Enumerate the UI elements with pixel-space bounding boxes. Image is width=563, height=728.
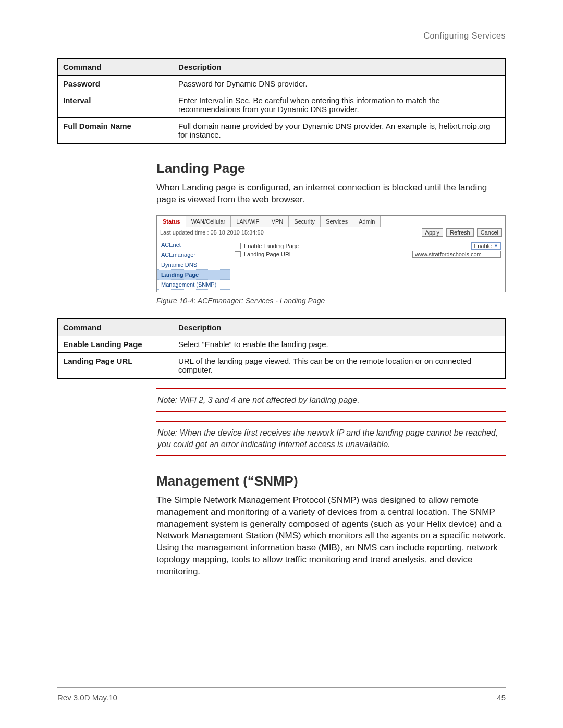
- tab-admin[interactable]: Admin: [353, 216, 381, 227]
- sidebar-item-acemanager[interactable]: ACEmanager: [157, 250, 230, 260]
- cmd-cell: Password: [58, 76, 173, 92]
- table-header-row: Command Description: [58, 58, 506, 76]
- landing-page-heading: Landing Page: [156, 161, 506, 177]
- tab-status[interactable]: Status: [157, 216, 186, 227]
- figure-toolbar: Last updated time : 05-18-2010 15:34:50 …: [157, 227, 505, 238]
- landing-page-intro: When Landing page is configured, an inte…: [156, 182, 506, 206]
- note-network-ip: Note: When the device first receives the…: [156, 421, 506, 456]
- footer-page-number: 45: [497, 693, 506, 702]
- apply-button[interactable]: Apply: [422, 228, 444, 237]
- table-row: Landing Page URL URL of the landing page…: [58, 352, 506, 378]
- checkbox-icon[interactable]: [235, 243, 241, 249]
- desc-cell: Enter Interval in Sec. Be careful when e…: [173, 92, 506, 118]
- figure-tabs: Status WAN/Cellular LAN/WiFi VPN Securit…: [157, 216, 505, 227]
- sidebar-item-snmp[interactable]: Management (SNMP): [157, 280, 230, 290]
- cmd-cell: Landing Page URL: [58, 352, 173, 378]
- table-row: Interval Enter Interval in Sec. Be caref…: [58, 92, 506, 118]
- col-description: Description: [173, 58, 506, 76]
- sidebar-item-acenet[interactable]: ACEnet: [157, 240, 230, 250]
- sidebar-item-landing-page[interactable]: Landing Page: [157, 270, 230, 280]
- checkbox-icon[interactable]: [235, 251, 241, 257]
- footer-rule: [57, 687, 506, 688]
- desc-cell: Full domain name provided by your Dynami…: [173, 118, 506, 144]
- cancel-button[interactable]: Cancel: [477, 228, 502, 237]
- note-text: Note: When the device first receives the…: [157, 427, 505, 450]
- landing-url-input[interactable]: www.stratfordschools.com: [412, 251, 501, 258]
- header-rule: [57, 46, 506, 46]
- dns-command-table: Command Description Password Password fo…: [57, 58, 506, 144]
- enable-landing-label: Enable Landing Page: [244, 243, 471, 249]
- snmp-heading: Management (“SNMP): [156, 473, 506, 489]
- chevron-down-icon: ▼: [494, 243, 498, 249]
- tab-services[interactable]: Services: [320, 216, 353, 227]
- figure-sidebar: ACEnet ACEmanager Dynamic DNS Landing Pa…: [157, 238, 230, 292]
- figure-main: Enable Landing Page Enable ▼ Landing Pag…: [230, 238, 505, 292]
- snmp-body: The Simple Network Management Protocol (…: [156, 495, 506, 578]
- landing-command-table: Command Description Enable Landing Page …: [57, 318, 506, 379]
- tab-wancellular[interactable]: WAN/Cellular: [186, 216, 231, 227]
- cmd-cell: Enable Landing Page: [58, 336, 173, 352]
- tab-vpn[interactable]: VPN: [266, 216, 289, 227]
- cmd-cell: Interval: [58, 92, 173, 118]
- table-row: Password Password for Dynamic DNS provid…: [58, 76, 506, 92]
- running-header: Configuring Services: [57, 31, 506, 41]
- note-wifi: Note: WiFi 2, 3 and 4 are not affected b…: [156, 388, 506, 412]
- figure-caption: Figure 10-4: ACEmanager: Services - Land…: [156, 297, 506, 305]
- landing-url-label: Landing Page URL: [244, 251, 412, 257]
- table-header-row: Command Description: [58, 319, 506, 336]
- refresh-button[interactable]: Refresh: [446, 228, 474, 237]
- cmd-cell: Full Domain Name: [58, 118, 173, 144]
- note-text: Note: WiFi 2, 3 and 4 are not affected b…: [157, 394, 505, 406]
- desc-cell: Password for Dynamic DNS provider.: [173, 76, 506, 92]
- figure-acemanager-landing: Status WAN/Cellular LAN/WiFi VPN Securit…: [156, 215, 506, 292]
- col-description: Description: [173, 319, 506, 336]
- sidebar-item-dynamic-dns[interactable]: Dynamic DNS: [157, 260, 230, 270]
- desc-cell: Select “Enable” to enable the landing pa…: [173, 336, 506, 352]
- tab-lanwifi[interactable]: LAN/WiFi: [230, 216, 266, 227]
- desc-cell: URL of the landing page viewed. This can…: [173, 352, 506, 378]
- col-command: Command: [58, 58, 173, 76]
- col-command: Command: [58, 319, 173, 336]
- table-row: Full Domain Name Full domain name provid…: [58, 118, 506, 144]
- enable-landing-select[interactable]: Enable ▼: [471, 242, 501, 250]
- tab-security[interactable]: Security: [288, 216, 321, 227]
- table-row: Enable Landing Page Select “Enable” to e…: [58, 336, 506, 352]
- figure-timestamp: Last updated time : 05-18-2010 15:34:50: [160, 229, 264, 236]
- footer-revision: Rev 3.0D May.10: [57, 693, 117, 702]
- enable-landing-value: Enable: [474, 243, 492, 249]
